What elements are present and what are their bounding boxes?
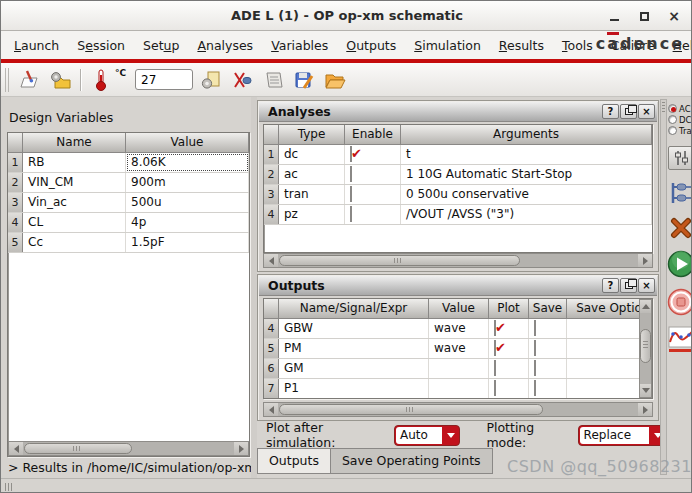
table-row[interactable]: 4 CL 4p — [8, 213, 249, 233]
enable-checkbox[interactable] — [350, 186, 352, 202]
dv-value[interactable]: 900m — [126, 173, 249, 192]
table-row[interactable]: 6 GM — [264, 359, 652, 379]
delete-button[interactable] — [669, 216, 692, 240]
plot-outputs-button[interactable] — [668, 326, 692, 353]
run-simulation-button[interactable] — [667, 250, 692, 278]
enable-checkbox[interactable] — [350, 206, 352, 222]
enable-checkbox[interactable] — [350, 146, 352, 162]
analyses-panel-title[interactable]: Analyses — [259, 102, 657, 122]
menu-outputs[interactable]: Outputs — [337, 38, 405, 53]
outputs-float-button[interactable] — [620, 278, 637, 293]
menu-analyses[interactable]: Analyses — [188, 38, 262, 53]
menu-session[interactable]: Session — [68, 38, 134, 53]
dv-value[interactable]: 8.06K — [126, 153, 249, 172]
table-row[interactable]: 5 PM wave — [264, 339, 652, 359]
scroll-thumb[interactable] — [640, 329, 651, 363]
save-checkbox[interactable] — [534, 340, 536, 356]
temperature-button[interactable] — [88, 67, 114, 93]
scroll-right-icon[interactable] — [234, 442, 248, 455]
scroll-right-icon[interactable] — [638, 254, 652, 267]
plot-checkbox[interactable] — [494, 320, 496, 336]
close-button[interactable]: × — [667, 9, 681, 23]
setup-outputs-button[interactable] — [669, 180, 692, 206]
save-checkbox[interactable] — [534, 360, 536, 376]
toolbar-grip[interactable] — [5, 68, 11, 92]
delete-probe-button[interactable] — [229, 67, 255, 93]
menu-setup[interactable]: Setup — [134, 38, 188, 53]
stop-simulation-button[interactable] — [667, 288, 692, 316]
outputs-vertical-scrollbar[interactable] — [639, 299, 652, 398]
scroll-left-icon[interactable] — [264, 254, 278, 267]
scroll-left-icon[interactable] — [264, 403, 278, 416]
maximize-button[interactable] — [637, 9, 651, 23]
table-row[interactable]: 4 GBW wave — [264, 319, 652, 339]
temperature-input[interactable] — [135, 69, 193, 90]
choose-analyses-button[interactable] — [668, 146, 692, 170]
tab-save-operating-points[interactable]: Save Operating Points — [331, 448, 493, 474]
dv-name[interactable]: Vin_ac — [23, 193, 126, 212]
dv-col-value[interactable]: Value — [126, 133, 249, 153]
load-state-button[interactable] — [47, 67, 73, 93]
analyses-help-button[interactable]: ? — [602, 104, 619, 119]
scroll-thumb[interactable] — [279, 255, 520, 266]
scroll-thumb[interactable] — [279, 404, 543, 415]
resize-grip[interactable] — [5, 483, 13, 491]
menu-results[interactable]: Results — [490, 38, 553, 53]
dv-name[interactable]: Cc — [23, 233, 126, 252]
outputs-close-button[interactable]: × — [638, 278, 655, 293]
dv-value[interactable]: 1.5pF — [126, 233, 249, 252]
radio-trans[interactable]: Trans — [668, 125, 692, 136]
table-row[interactable]: 1 dc t — [264, 145, 652, 165]
open-folder-button[interactable] — [322, 67, 348, 93]
menu-launch[interactable]: Launch — [5, 38, 68, 53]
radio-dc[interactable]: DC — [668, 114, 692, 125]
plot-checkbox[interactable] — [494, 340, 496, 356]
outputs-panel-title[interactable]: Outputs — [259, 276, 657, 296]
dv-horizontal-scrollbar[interactable] — [8, 441, 249, 456]
dv-name[interactable]: VIN_CM — [23, 173, 126, 192]
dv-name[interactable]: RB — [23, 153, 126, 172]
analyses-float-button[interactable] — [620, 104, 637, 119]
an-col-arguments[interactable]: Arguments — [401, 125, 652, 145]
enable-checkbox[interactable] — [350, 166, 352, 182]
dv-name[interactable]: CL — [23, 213, 126, 232]
scroll-right-icon[interactable] — [638, 403, 652, 416]
table-row[interactable]: 3 Vin_ac 500u — [8, 193, 249, 213]
an-col-enable[interactable]: Enable — [345, 125, 401, 145]
table-row[interactable]: 2 VIN_CM 900m — [8, 173, 249, 193]
analyses-close-button[interactable]: × — [638, 104, 655, 119]
edit-variables-button[interactable] — [198, 67, 224, 93]
out-col-name[interactable]: Name/Signal/Expr — [279, 299, 429, 319]
scroll-down-icon[interactable] — [640, 384, 651, 397]
out-col-save[interactable]: Save — [529, 299, 567, 319]
tab-outputs[interactable]: Outputs — [257, 448, 331, 474]
plot-checkbox[interactable] — [494, 380, 496, 396]
save-checkbox[interactable] — [534, 320, 536, 336]
table-row[interactable]: 3 tran 0 500u conservative — [264, 185, 652, 205]
save-checkbox[interactable] — [534, 380, 536, 396]
toolbar-handle[interactable] — [660, 99, 667, 475]
plotting-mode-dropdown[interactable]: Replace — [578, 425, 667, 446]
scroll-left-icon[interactable] — [9, 442, 23, 455]
table-row[interactable]: 4 pz /VOUT /AVSS ("3") — [264, 205, 652, 225]
netlist-button[interactable] — [260, 67, 286, 93]
menu-simulation[interactable]: Simulation — [405, 38, 490, 53]
plot-checkbox[interactable] — [494, 360, 496, 376]
dv-value[interactable]: 4p — [126, 213, 249, 232]
outputs-horizontal-scrollbar[interactable] — [263, 402, 653, 417]
analyses-horizontal-scrollbar[interactable] — [263, 253, 653, 268]
scroll-thumb[interactable] — [24, 443, 132, 454]
dv-value[interactable]: 500u — [126, 193, 249, 212]
outputs-help-button[interactable]: ? — [602, 278, 619, 293]
minimize-button[interactable] — [607, 9, 621, 23]
open-setup-button[interactable] — [16, 67, 42, 93]
plot-after-dropdown[interactable]: Auto — [394, 425, 460, 446]
radio-ac[interactable]: AC — [668, 103, 692, 114]
table-row[interactable]: 1 RB 8.06K — [8, 153, 249, 173]
an-col-type[interactable]: Type — [279, 125, 345, 145]
table-row[interactable]: 5 Cc 1.5pF — [8, 233, 249, 253]
menu-variables[interactable]: Variables — [262, 38, 337, 53]
save-script-button[interactable] — [291, 67, 317, 93]
table-row[interactable]: 7 P1 — [264, 379, 652, 399]
table-row[interactable]: 2 ac 1 10G Automatic Start-Stop — [264, 165, 652, 185]
